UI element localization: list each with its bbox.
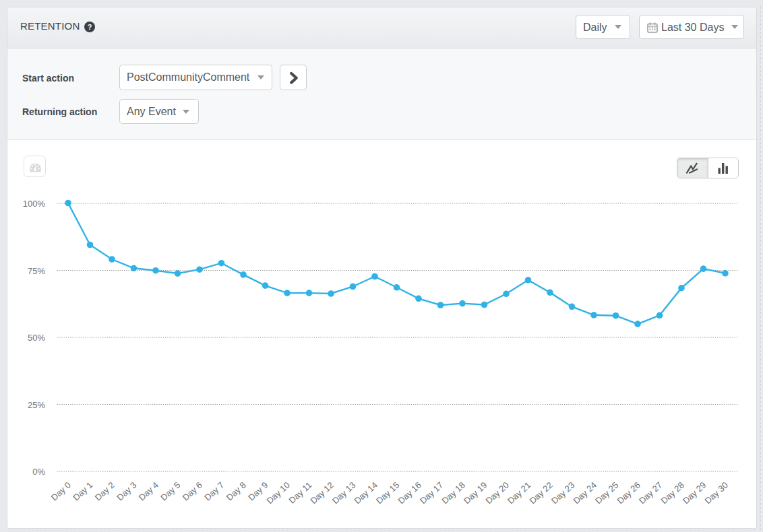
svg-text:Day 20: Day 20 — [483, 480, 511, 506]
svg-text:75%: 75% — [28, 266, 45, 276]
svg-text:Day 14: Day 14 — [352, 480, 379, 506]
svg-text:Day 0: Day 0 — [49, 480, 73, 503]
svg-text:Day 16: Day 16 — [396, 480, 423, 506]
svg-text:Day 29: Day 29 — [681, 480, 708, 506]
svg-text:Day 6: Day 6 — [181, 480, 204, 503]
svg-text:Day 17: Day 17 — [418, 480, 446, 506]
svg-text:Day 1: Day 1 — [71, 480, 94, 503]
svg-text:Day 2: Day 2 — [93, 480, 117, 503]
svg-text:Day 25: Day 25 — [593, 480, 621, 506]
svg-text:Day 10: Day 10 — [264, 480, 292, 506]
svg-text:Day 15: Day 15 — [374, 480, 402, 506]
svg-text:Day 7: Day 7 — [202, 480, 226, 503]
svg-text:100%: 100% — [23, 199, 46, 209]
svg-text:Day 21: Day 21 — [506, 480, 533, 506]
svg-text:Day 4: Day 4 — [137, 480, 160, 503]
svg-text:50%: 50% — [28, 333, 45, 343]
svg-text:Day 23: Day 23 — [549, 480, 577, 506]
svg-text:Day 28: Day 28 — [659, 480, 686, 506]
svg-text:Day 19: Day 19 — [462, 480, 489, 506]
svg-text:Day 30: Day 30 — [702, 480, 730, 506]
svg-text:25%: 25% — [28, 400, 45, 410]
svg-text:Day 13: Day 13 — [330, 480, 358, 506]
svg-text:Day 11: Day 11 — [287, 480, 314, 506]
svg-text:Day 18: Day 18 — [439, 480, 467, 506]
svg-text:Day 8: Day 8 — [224, 480, 248, 503]
svg-text:Day 26: Day 26 — [615, 480, 642, 506]
svg-text:Day 5: Day 5 — [158, 480, 182, 503]
svg-text:Day 24: Day 24 — [571, 480, 599, 506]
svg-text:Day 27: Day 27 — [637, 480, 665, 506]
svg-text:Day 22: Day 22 — [527, 480, 555, 506]
svg-text:0%: 0% — [32, 467, 45, 477]
svg-text:Day 12: Day 12 — [308, 480, 336, 506]
svg-text:Day 3: Day 3 — [115, 480, 138, 503]
